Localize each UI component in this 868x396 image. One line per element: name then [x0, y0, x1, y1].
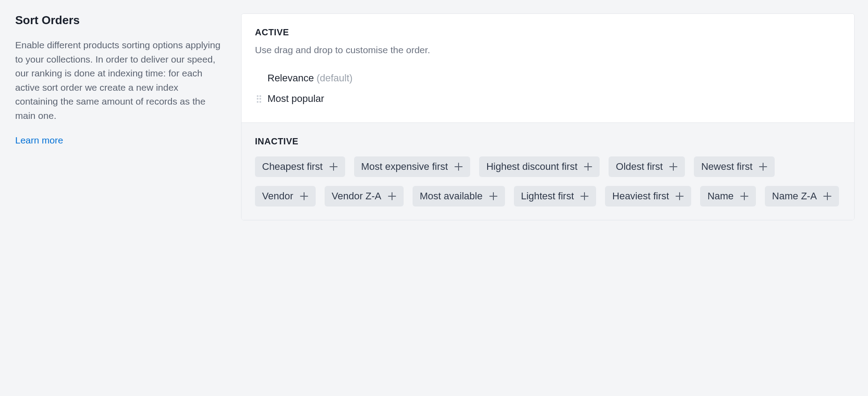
plus-icon: [584, 162, 593, 171]
plus-icon: [669, 162, 678, 171]
chip-label: Cheapest first: [262, 161, 323, 173]
plus-icon: [329, 162, 338, 171]
section-title: Sort Orders: [15, 13, 223, 27]
chip-label: Name Z-A: [772, 190, 817, 202]
inactive-section: INACTIVE Cheapest firstMost expensive fi…: [242, 122, 854, 220]
plus-icon: [580, 192, 589, 201]
plus-icon: [759, 162, 768, 171]
inactive-chip[interactable]: Vendor Z-A: [325, 186, 404, 206]
plus-icon: [489, 192, 498, 201]
chip-label: Vendor: [262, 190, 293, 202]
inactive-chip[interactable]: Heaviest first: [605, 186, 691, 206]
learn-more-link[interactable]: Learn more: [15, 135, 63, 145]
section-description: Enable different products sorting option…: [15, 38, 223, 122]
chip-label: Vendor Z-A: [332, 190, 381, 202]
active-item-relevance: Relevance (default): [255, 68, 841, 88]
plus-icon: [388, 192, 396, 201]
chip-label: Lightest first: [521, 190, 574, 202]
inactive-chip[interactable]: Cheapest first: [255, 156, 345, 177]
inactive-chip[interactable]: Newest first: [694, 156, 775, 177]
inactive-chip[interactable]: Vendor: [255, 186, 316, 206]
plus-icon: [740, 192, 749, 201]
inactive-chip[interactable]: Lightest first: [514, 186, 597, 206]
inactive-chip[interactable]: Most available: [413, 186, 505, 206]
active-section: ACTIVE Use drag and drop to customise th…: [242, 14, 854, 122]
active-item-label: Relevance: [267, 72, 314, 84]
plus-icon: [823, 192, 832, 201]
active-item-label: Most popular: [267, 93, 324, 105]
chip-label: Highest discount first: [486, 161, 577, 173]
default-tag: (default): [317, 72, 353, 84]
inactive-chip[interactable]: Oldest first: [609, 156, 685, 177]
plus-icon: [454, 162, 463, 171]
active-heading: ACTIVE: [255, 27, 841, 38]
chip-label: Oldest first: [616, 161, 663, 173]
inactive-chip[interactable]: Highest discount first: [479, 156, 600, 177]
chip-label: Heaviest first: [612, 190, 669, 202]
drag-handle-placeholder: [255, 74, 263, 82]
inactive-chip[interactable]: Name Z-A: [765, 186, 839, 206]
inactive-chip[interactable]: Most expensive first: [354, 156, 470, 177]
chip-label: Newest first: [701, 161, 752, 173]
chip-label: Name: [707, 190, 734, 202]
plus-icon: [675, 192, 684, 201]
inactive-heading: INACTIVE: [255, 136, 841, 147]
chip-label: Most available: [420, 190, 483, 202]
plus-icon: [300, 192, 309, 201]
sidebar-info: Sort Orders Enable different products so…: [13, 13, 223, 220]
drag-handle-icon[interactable]: [255, 95, 263, 103]
active-item-most-popular[interactable]: Most popular: [255, 88, 841, 109]
active-subtext: Use drag and drop to customise the order…: [255, 45, 841, 55]
sort-orders-panel: ACTIVE Use drag and drop to customise th…: [241, 13, 855, 220]
chips-container: Cheapest firstMost expensive firstHighes…: [255, 156, 841, 206]
inactive-chip[interactable]: Name: [700, 186, 756, 206]
chip-label: Most expensive first: [361, 161, 448, 173]
